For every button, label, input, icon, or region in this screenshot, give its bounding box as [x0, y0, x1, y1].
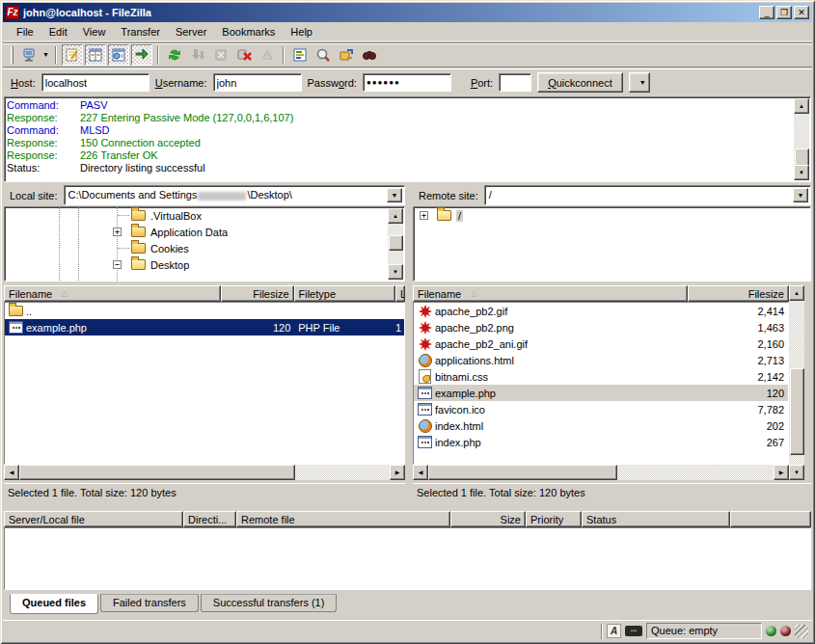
menu-view[interactable]: View	[75, 24, 114, 40]
php-file-icon	[9, 320, 23, 335]
tab-failed-transfers[interactable]: Failed transfers	[100, 594, 199, 612]
column-filetype[interactable]: Filetype	[294, 285, 395, 302]
log-line: Response:150 Connection accepted	[7, 137, 810, 149]
local-site-dropdown-icon[interactable]: ▼	[387, 188, 402, 202]
password-input[interactable]	[363, 73, 451, 92]
tab-successful-transfers[interactable]: Successful transfers (1)	[201, 594, 338, 612]
file-row[interactable]: apache_pb2.png 1,463	[414, 319, 788, 335]
local-file-list: .. example.php 120 PHP File 1	[4, 302, 405, 465]
queue-tabs: Queued files Failed transfers Successful…	[10, 594, 337, 614]
tree-item-cookies[interactable]: Cookies	[5, 240, 404, 256]
column-remote-file[interactable]: Remote file	[236, 511, 450, 527]
remote-site-dropdown-icon[interactable]: ▼	[793, 188, 808, 202]
remote-site-combo[interactable]: / ▼	[484, 185, 811, 205]
toggle-remote-tree-icon[interactable]	[108, 44, 129, 66]
tree-item-root[interactable]: + /	[414, 207, 810, 224]
menu-bar: File Edit View Transfer Server Bookmarks…	[3, 22, 812, 41]
sort-ascending-icon: △	[62, 289, 68, 298]
remote-list-vscrollbar[interactable]: ▲ ▼	[789, 285, 804, 480]
expand-icon[interactable]: +	[420, 211, 428, 220]
remote-file-list: apache_pb2.gif 2,414 apache_pb2.png 1,46…	[413, 302, 789, 465]
host-input[interactable]	[41, 73, 149, 92]
site-manager-dropdown-icon[interactable]: ▼	[41, 45, 51, 65]
file-row-selected[interactable]: example.php 120	[414, 385, 788, 401]
column-filename[interactable]: Filename△	[4, 285, 221, 302]
column-status[interactable]: Status	[582, 511, 730, 527]
remote-list-hscrollbar[interactable]: ◀ ▶	[413, 465, 789, 480]
collapse-icon[interactable]: −	[113, 260, 122, 269]
port-input[interactable]	[499, 73, 531, 92]
log-scrollbar[interactable]: ▲ ▼	[794, 98, 809, 180]
statusbar-separator	[601, 624, 603, 639]
file-row[interactable]: bitnami.css 2,142	[414, 368, 788, 385]
minimize-button[interactable]: _	[759, 6, 774, 19]
status-bar: A ▪▪▪ Queue: empty	[3, 620, 812, 641]
disconnect-icon[interactable]	[233, 44, 255, 66]
column-filesize[interactable]: Filesize	[688, 285, 789, 302]
toggle-transfer-queue-icon[interactable]	[131, 44, 152, 66]
tree-item-application-data[interactable]: + Application Data	[5, 224, 404, 240]
toolbar-grip[interactable]	[11, 46, 14, 64]
find-files-icon[interactable]	[359, 44, 380, 66]
file-row[interactable]: favicon.ico 7,782	[414, 401, 788, 417]
menu-help[interactable]: Help	[283, 24, 320, 40]
directory-comparison-icon[interactable]	[312, 44, 334, 66]
remote-status-text: Selected 1 file. Total size: 120 bytes	[413, 483, 811, 501]
filter-icon[interactable]	[289, 44, 311, 66]
menu-server[interactable]: Server	[168, 24, 214, 40]
filezilla-app-icon: Fz	[6, 6, 19, 19]
log-line: Command:PASV	[7, 99, 810, 112]
cancel-operation-icon[interactable]	[210, 44, 231, 66]
site-manager-icon[interactable]	[18, 44, 40, 66]
folder-icon	[131, 227, 146, 237]
file-row[interactable]: apache_pb2.gif 2,414	[414, 303, 788, 319]
column-last-modified[interactable]: L	[395, 285, 405, 302]
file-row-example-php[interactable]: example.php 120 PHP File 1	[5, 319, 404, 335]
speed-limit-indicator-icon[interactable]: ▪▪▪	[625, 626, 642, 636]
column-priority[interactable]: Priority	[526, 511, 582, 527]
synchronized-browsing-icon[interactable]	[336, 44, 357, 66]
maximize-button[interactable]: ❐	[776, 6, 792, 19]
file-row-parent-dir[interactable]: ..	[5, 303, 404, 319]
css-file-icon	[418, 369, 432, 384]
column-direction[interactable]: Directi...	[183, 511, 236, 527]
menu-file[interactable]: File	[9, 24, 41, 40]
file-row[interactable]: index.html 202	[414, 417, 788, 434]
tree-item-virtualbox[interactable]: .VirtualBox	[5, 207, 404, 224]
tab-queued-files[interactable]: Queued files	[10, 594, 98, 614]
toggle-message-log-icon[interactable]	[62, 44, 83, 66]
menu-transfer[interactable]: Transfer	[113, 24, 168, 40]
menu-edit[interactable]: Edit	[41, 24, 75, 40]
username-input[interactable]	[213, 73, 302, 92]
local-site-combo[interactable]: C:\Documents and Settings\Desktop\ ▼	[64, 185, 405, 205]
transfer-queue-list[interactable]	[4, 527, 811, 590]
local-tree-scrollbar[interactable]: ▲ ▼	[388, 208, 403, 280]
menu-bookmarks[interactable]: Bookmarks	[214, 24, 283, 40]
port-label: Port:	[471, 77, 493, 89]
local-list-hscrollbar[interactable]: ◀ ▶	[4, 465, 405, 480]
column-filename[interactable]: Filename△	[413, 285, 688, 302]
expand-icon[interactable]: +	[113, 228, 122, 236]
image-file-icon	[418, 304, 432, 318]
tree-item-desktop[interactable]: − Desktop	[5, 256, 404, 273]
column-server-local-file[interactable]: Server/Local file	[4, 511, 183, 527]
php-file-icon	[418, 435, 432, 449]
quickconnect-dropdown-icon[interactable]: ▼	[629, 72, 650, 93]
transfer-type-indicator-icon[interactable]: A	[607, 624, 621, 638]
close-button[interactable]: ✕	[794, 6, 809, 19]
local-site-label: Local site:	[4, 187, 64, 204]
toggle-local-tree-icon[interactable]	[85, 44, 106, 66]
remote-site-row: Remote site: / ▼	[413, 185, 811, 205]
process-queue-icon[interactable]	[187, 44, 208, 66]
file-row[interactable]: apache_pb2_ani.gif 2,160	[414, 335, 788, 352]
quickconnect-button[interactable]: Quickconnect	[537, 72, 623, 93]
window-resize-grip[interactable]	[795, 625, 808, 638]
file-row[interactable]: applications.html 2,713	[414, 352, 788, 368]
log-line: Response:226 Transfer OK	[7, 149, 810, 162]
file-row[interactable]: index.php 267	[414, 434, 788, 450]
title-bar[interactable]: Fz john@localhost - FileZilla _ ❐ ✕	[3, 3, 812, 22]
refresh-icon[interactable]	[164, 44, 185, 66]
column-size[interactable]: Size	[450, 511, 526, 527]
column-filesize[interactable]: Filesize	[221, 285, 294, 302]
reconnect-icon[interactable]	[257, 44, 278, 66]
